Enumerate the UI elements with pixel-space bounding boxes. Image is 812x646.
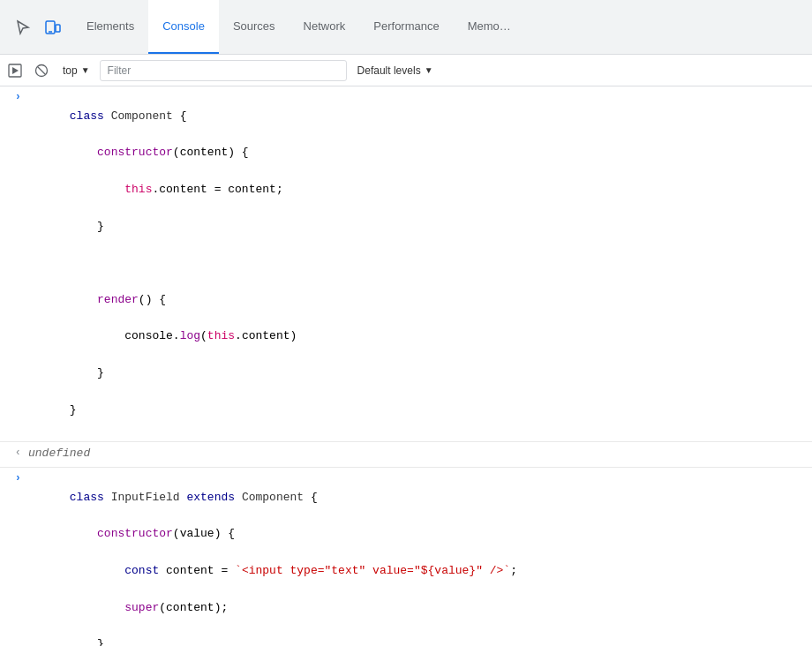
code-content: class Component { constructor(content) {… bbox=[28, 87, 812, 439]
tab-network[interactable]: Network bbox=[289, 0, 360, 54]
devtools-icons bbox=[4, 0, 72, 54]
execute-icon[interactable] bbox=[4, 59, 26, 82]
chevron-down-icon: ▼ bbox=[81, 65, 90, 75]
code-content: class InputField extends Component { con… bbox=[28, 469, 812, 646]
device-icon[interactable] bbox=[41, 15, 65, 40]
list-item: › class Component { constructor(content)… bbox=[0, 86, 812, 441]
list-item: ‹ undefined bbox=[0, 441, 812, 467]
chevron-down-icon: ▼ bbox=[425, 65, 433, 75]
tab-elements[interactable]: Elements bbox=[72, 0, 148, 54]
tab-performance[interactable]: Performance bbox=[359, 0, 453, 54]
clear-icon[interactable] bbox=[30, 59, 53, 82]
cursor-icon[interactable] bbox=[11, 15, 35, 40]
tab-memory[interactable]: Memo… bbox=[454, 0, 525, 54]
console-toolbar: top ▼ Default levels ▼ bbox=[0, 55, 812, 86]
console-output: › class Component { constructor(content)… bbox=[0, 86, 812, 646]
result-arrow: ‹ bbox=[0, 443, 28, 462]
filter-input[interactable] bbox=[100, 60, 347, 81]
tab-sources[interactable]: Sources bbox=[219, 0, 289, 54]
context-selector[interactable]: top ▼ bbox=[56, 62, 96, 79]
input-arrow: › bbox=[0, 87, 28, 106]
result-content: undefined bbox=[28, 443, 812, 465]
svg-rect-1 bbox=[56, 25, 60, 32]
input-arrow: › bbox=[0, 469, 28, 487]
svg-line-6 bbox=[38, 66, 46, 74]
tab-bar: Elements Console Sources Network Perform… bbox=[0, 0, 812, 55]
svg-marker-4 bbox=[12, 67, 19, 74]
tab-console[interactable]: Console bbox=[148, 0, 219, 54]
list-item: › class InputField extends Component { c… bbox=[0, 467, 812, 646]
levels-selector[interactable]: Default levels ▼ bbox=[350, 63, 440, 79]
